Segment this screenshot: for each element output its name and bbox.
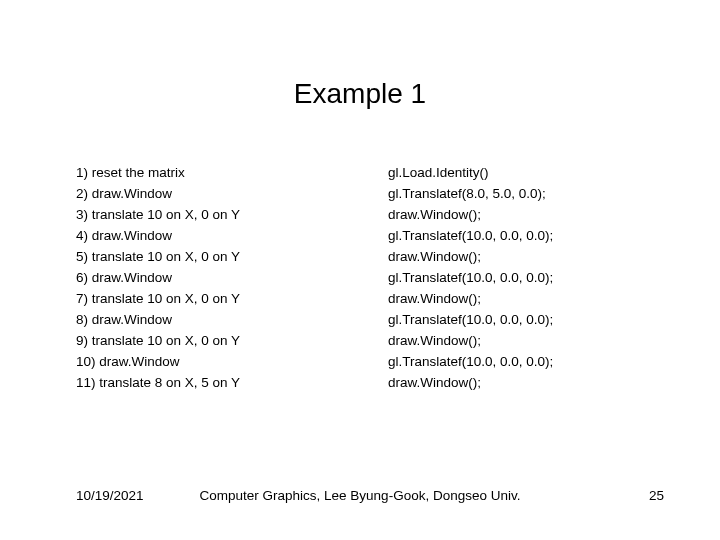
code-line: gl.Translatef(10.0, 0.0, 0.0);: [388, 351, 660, 372]
step-line: 11) translate 8 on X, 5 on Y: [76, 372, 388, 393]
code-line: gl.Translatef(10.0, 0.0, 0.0);: [388, 267, 660, 288]
step-line: 2) draw.Window: [76, 183, 388, 204]
code-line: gl.Translatef(8.0, 5.0, 0.0);: [388, 183, 660, 204]
right-column: gl.Load.Identity() gl.Translatef(8.0, 5.…: [388, 162, 660, 393]
step-line: 9) translate 10 on X, 0 on Y: [76, 330, 388, 351]
code-line: gl.Load.Identity(): [388, 162, 660, 183]
step-line: 4) draw.Window: [76, 225, 388, 246]
step-line: 6) draw.Window: [76, 267, 388, 288]
code-line: gl.Translatef(10.0, 0.0, 0.0);: [388, 225, 660, 246]
step-line: 10) draw.Window: [76, 351, 388, 372]
step-line: 8) draw.Window: [76, 309, 388, 330]
slide-title: Example 1: [0, 78, 720, 110]
step-line: 3) translate 10 on X, 0 on Y: [76, 204, 388, 225]
code-line: draw.Window();: [388, 372, 660, 393]
code-line: draw.Window();: [388, 330, 660, 351]
step-line: 5) translate 10 on X, 0 on Y: [76, 246, 388, 267]
slide: Example 1 1) reset the matrix 2) draw.Wi…: [0, 0, 720, 540]
code-line: draw.Window();: [388, 246, 660, 267]
footer-center: Computer Graphics, Lee Byung-Gook, Dongs…: [0, 488, 720, 503]
code-line: draw.Window();: [388, 288, 660, 309]
footer-page-number: 25: [649, 488, 664, 503]
left-column: 1) reset the matrix 2) draw.Window 3) tr…: [76, 162, 388, 393]
step-line: 7) translate 10 on X, 0 on Y: [76, 288, 388, 309]
code-line: draw.Window();: [388, 204, 660, 225]
step-line: 1) reset the matrix: [76, 162, 388, 183]
slide-body: 1) reset the matrix 2) draw.Window 3) tr…: [76, 162, 660, 393]
code-line: gl.Translatef(10.0, 0.0, 0.0);: [388, 309, 660, 330]
